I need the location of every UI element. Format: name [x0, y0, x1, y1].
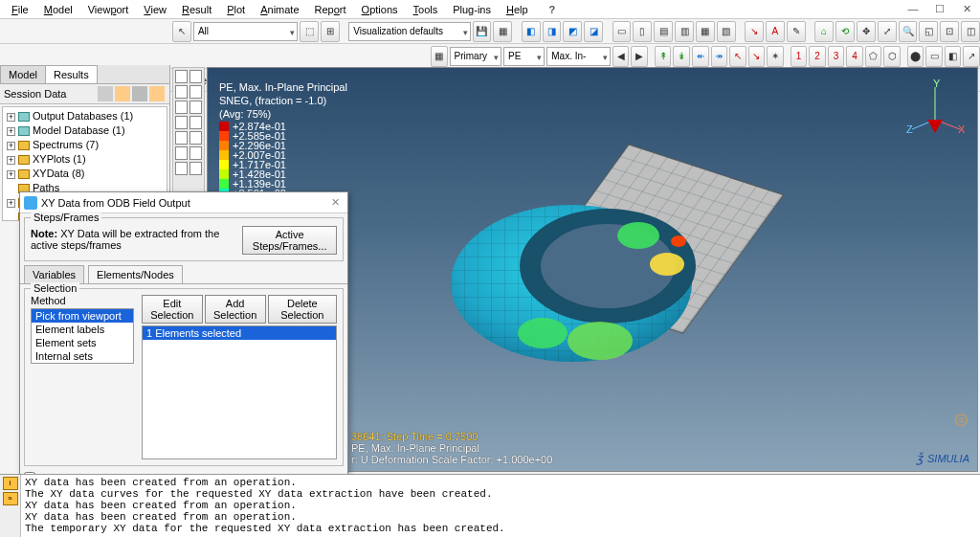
tab-elements-nodes[interactable]: Elements/Nodes [88, 265, 183, 283]
ticon[interactable] [175, 146, 188, 160]
win-icon-5[interactable]: ▦ [696, 21, 715, 42]
edit-selection-button[interactable]: Edit Selection [142, 295, 203, 324]
tool-icon-1[interactable]: ⬚ [300, 21, 319, 42]
maximize-button[interactable]: ☐ [926, 0, 953, 19]
ticon[interactable] [189, 131, 202, 145]
view-icon-4[interactable]: ⤢ [878, 21, 897, 42]
field-output-icon[interactable]: ▦ [431, 46, 448, 67]
axes-icon-6[interactable]: ↘ [748, 46, 766, 67]
tool-icon-2[interactable]: ⊞ [321, 21, 340, 42]
view-icon-2[interactable]: ⟲ [835, 21, 855, 42]
menu-help[interactable]: Help [499, 2, 536, 17]
num-3[interactable]: 3 [828, 46, 845, 67]
axes-icon-5[interactable]: ↖ [729, 46, 746, 67]
viz-defaults-dropdown[interactable]: Visualization defaults [348, 22, 470, 41]
menu-plot[interactable]: Plot [219, 2, 253, 17]
cube-icon-2[interactable]: ◨ [543, 21, 562, 42]
session-icon-1[interactable] [98, 86, 113, 101]
num-2[interactable]: 2 [809, 46, 826, 67]
menu-file[interactable]: FFileile [4, 2, 36, 17]
close-button[interactable]: ✕ [953, 0, 980, 19]
active-steps-button[interactable]: Active Steps/Frames... [242, 226, 337, 255]
win-icon-2[interactable]: ▯ [633, 21, 652, 42]
axes-icon-3[interactable]: ↞ [692, 46, 709, 67]
win-icon-3[interactable]: ▤ [654, 21, 673, 42]
ticon[interactable] [175, 116, 188, 129]
misc-icon-1[interactable]: ⬤ [907, 46, 924, 67]
tab-model[interactable]: Model [0, 65, 46, 83]
ticon[interactable] [189, 146, 202, 160]
session-icon-4[interactable] [149, 86, 165, 101]
tab-results[interactable]: Results [45, 65, 98, 83]
ticon[interactable] [189, 85, 202, 99]
win-icon-6[interactable]: ▧ [717, 21, 736, 42]
annot-icon-arrow[interactable]: ↘ [745, 21, 764, 42]
ticon[interactable] [175, 85, 188, 99]
pe-dropdown[interactable]: PE [503, 47, 545, 66]
cube-icon-3[interactable]: ◩ [563, 21, 582, 42]
select-arrow-icon[interactable]: ↖ [172, 21, 191, 42]
session-icon-2[interactable] [115, 86, 130, 101]
next-field-icon[interactable]: ▶ [631, 46, 648, 67]
ticon[interactable] [175, 101, 188, 114]
ticon[interactable] [189, 70, 202, 83]
menu-result[interactable]: Result [174, 2, 219, 17]
view-icon-5[interactable]: 🔍 [899, 21, 918, 42]
tab-variables[interactable]: Variables [24, 265, 84, 283]
log-text[interactable]: XY data has been created from an operati… [21, 475, 980, 537]
win-icon-4[interactable]: ▥ [675, 21, 694, 42]
delete-selection-button[interactable]: Delete Selection [268, 295, 337, 324]
menu-model[interactable]: Model [36, 2, 80, 17]
shape-icon-1[interactable]: ⬠ [865, 46, 882, 67]
ticon[interactable] [189, 162, 202, 175]
annot-icon-3[interactable]: ✎ [787, 21, 806, 42]
annot-icon-text[interactable]: A [766, 21, 785, 42]
selector-all-dropdown[interactable]: All [193, 22, 298, 41]
log-info-icon[interactable]: i [3, 477, 18, 490]
menu-plugins[interactable]: Plug-ins [445, 2, 499, 17]
num-1[interactable]: 1 [791, 46, 808, 67]
misc-icon-3[interactable]: ◧ [945, 46, 962, 67]
tool-icon-save[interactable]: 💾 [473, 21, 492, 42]
misc-icon-2[interactable]: ▭ [925, 46, 943, 67]
dialog-close-icon[interactable]: ✕ [327, 196, 344, 209]
menu-tools[interactable]: Tools [406, 2, 446, 17]
axes-icon-2[interactable]: ↡ [673, 46, 690, 67]
view-icon-1[interactable]: ⌂ [814, 21, 834, 42]
shape-icon-2[interactable]: ⬡ [883, 46, 901, 67]
maxip-dropdown[interactable]: Max. In-Plan [546, 47, 611, 66]
cube-icon-1[interactable]: ◧ [522, 21, 541, 42]
axes-icon-1[interactable]: ↟ [655, 46, 672, 67]
selection-listbox[interactable]: 1 Elements selected [142, 325, 337, 459]
menu-view[interactable]: View [136, 2, 174, 17]
menu-options[interactable]: Options [354, 2, 406, 17]
add-selection-button[interactable]: Add Selection [205, 295, 266, 324]
log-cmd-icon[interactable]: » [3, 492, 18, 505]
cube-icon-4[interactable]: ◪ [584, 21, 603, 42]
ticon[interactable] [189, 116, 202, 129]
view-icon-6[interactable]: ◱ [919, 21, 938, 42]
view-icon-3[interactable]: ✥ [857, 21, 876, 42]
selection-item[interactable]: 1 Elements selected [143, 326, 336, 340]
method-options[interactable]: Pick from viewport Element labels Elemen… [31, 308, 134, 364]
session-icon-3[interactable] [132, 86, 147, 101]
primary-dropdown[interactable]: Primary [450, 47, 501, 66]
ticon[interactable] [175, 70, 188, 83]
win-icon-1[interactable]: ▭ [612, 21, 632, 42]
ticon[interactable] [175, 162, 188, 175]
context-help-icon[interactable]: ? [542, 2, 564, 17]
ticon[interactable] [175, 131, 188, 145]
menu-animate[interactable]: Animate [253, 2, 306, 17]
menu-report[interactable]: Report [307, 2, 354, 17]
view-icon-8[interactable]: ◫ [961, 21, 980, 42]
view-icon-7[interactable]: ⊡ [940, 21, 959, 42]
tool-icon-3[interactable]: ▦ [493, 21, 512, 42]
ticon[interactable] [189, 101, 202, 114]
axes-icon-7[interactable]: ✶ [767, 46, 784, 67]
axes-icon-4[interactable]: ↠ [711, 46, 728, 67]
num-4[interactable]: 4 [846, 46, 863, 67]
misc-icon-4[interactable]: ↗ [963, 46, 980, 67]
prev-field-icon[interactable]: ◀ [612, 46, 630, 67]
menu-viewport[interactable]: Viewport [80, 2, 137, 17]
minimize-button[interactable]: — [900, 0, 926, 19]
